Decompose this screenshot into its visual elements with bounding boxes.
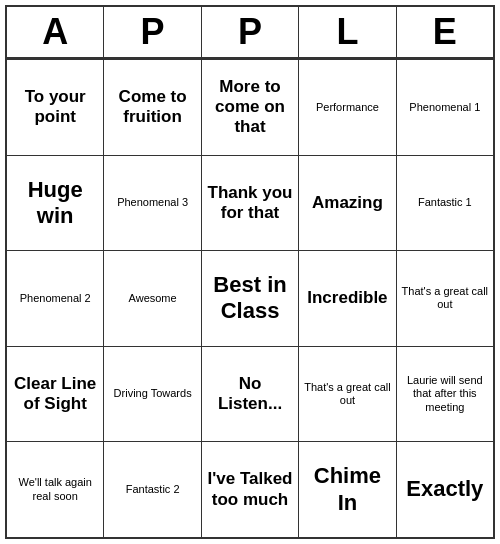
bingo-cell[interactable]: Driving Towards [104,347,201,442]
bingo-cell[interactable]: Phenomenal 1 [397,60,493,155]
header-letter: P [202,7,299,57]
bingo-cell[interactable]: Incredible [299,251,396,346]
bingo-cell[interactable]: Best in Class [202,251,299,346]
header-letter: L [299,7,396,57]
bingo-board: APPLE To your pointCome to fruitionMore … [5,5,495,539]
bingo-cell[interactable]: I've Talked too much [202,442,299,537]
bingo-cell[interactable]: No Listen... [202,347,299,442]
grid-row: Huge winPhenomenal 3Thank you for thatAm… [7,155,493,251]
grid-row: To your pointCome to fruitionMore to com… [7,59,493,155]
header-letter: P [104,7,201,57]
bingo-cell[interactable]: Fantastic 2 [104,442,201,537]
bingo-cell[interactable]: Clear Line of Sight [7,347,104,442]
header-letter: E [397,7,493,57]
bingo-cell[interactable]: Phenomenal 3 [104,156,201,251]
bingo-cell[interactable]: Huge win [7,156,104,251]
bingo-cell[interactable]: Exactly [397,442,493,537]
bingo-cell[interactable]: Phenomenal 2 [7,251,104,346]
header-row: APPLE [7,7,493,59]
bingo-cell[interactable]: Performance [299,60,396,155]
bingo-cell[interactable]: Amazing [299,156,396,251]
bingo-cell[interactable]: Thank you for that [202,156,299,251]
bingo-cell[interactable]: More to come on that [202,60,299,155]
bingo-cell[interactable]: That's a great call out [397,251,493,346]
bingo-cell[interactable]: That's a great call out [299,347,396,442]
bingo-cell[interactable]: Come to fruition [104,60,201,155]
grid-row: Clear Line of SightDriving TowardsNo Lis… [7,346,493,442]
bingo-cell[interactable]: Fantastic 1 [397,156,493,251]
header-letter: A [7,7,104,57]
bingo-cell[interactable]: We'll talk again real soon [7,442,104,537]
grid-row: We'll talk again real soonFantastic 2I'v… [7,441,493,537]
grid-row: Phenomenal 2AwesomeBest in ClassIncredib… [7,250,493,346]
bingo-cell[interactable]: To your point [7,60,104,155]
bingo-cell[interactable]: Chime In [299,442,396,537]
bingo-cell[interactable]: Awesome [104,251,201,346]
grid: To your pointCome to fruitionMore to com… [7,59,493,537]
bingo-cell[interactable]: Laurie will send that after this meeting [397,347,493,442]
